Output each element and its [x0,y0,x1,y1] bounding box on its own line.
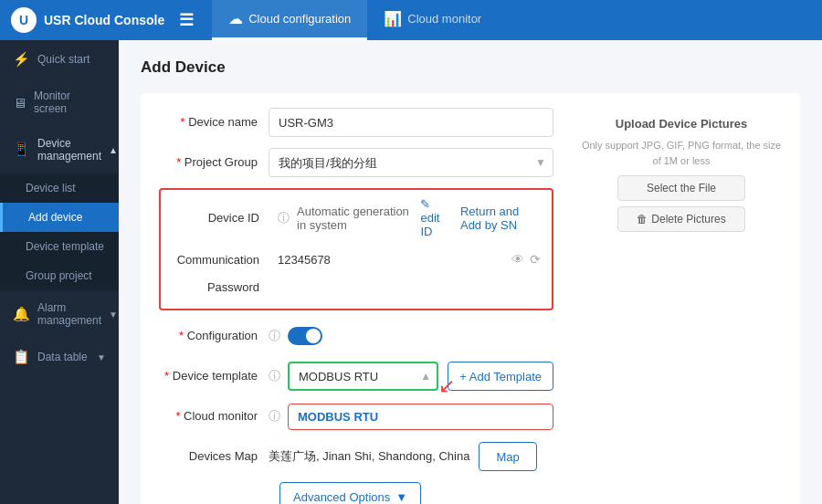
device-id-label: Device ID [172,211,270,225]
password-row: Password [172,280,541,294]
bottom-actions-row: Advanced Options ▼ [159,482,553,504]
configuration-toggle[interactable] [288,327,322,345]
advanced-options-arrow-icon: ▼ [395,490,407,504]
form-left: Device name Project Group 我的项目/我的分组 ▼ [159,108,553,504]
sidebar-item-monitor-screen[interactable]: 🖥 Monitor screen [0,79,119,126]
page-title: Add Device [141,58,800,77]
sidebar-item-data-table[interactable]: 📋 Data table ▼ [0,338,119,376]
upload-panel: Upload Device Pictures Only support JPG,… [581,108,782,504]
device-template-select[interactable]: MODBUS RTU [288,362,438,391]
project-group-label: Project Group [159,154,269,171]
add-template-button[interactable]: + Add Template [448,362,553,391]
sidebar-item-device-management[interactable]: 📱 Device management ▲ [0,126,119,173]
sidebar-item-quick-start[interactable]: ⚡ Quick start [0,40,119,79]
sidebar-alarm-management-label: Alarm management [37,301,101,327]
app-name: USR Cloud Console [44,13,164,27]
configuration-row: Configuration ⓘ [159,321,553,351]
device-id-row: Device ID ⓘ Automatic generation in syst… [172,197,541,238]
hamburger-icon[interactable]: ☰ [179,10,194,30]
data-table-arrow: ▼ [97,352,106,362]
project-group-select[interactable]: 我的项目/我的分组 [269,148,553,177]
main-content: Add Device Device name Project Group [119,40,822,504]
monitor-screen-icon: 🖥 [13,95,26,110]
sidebar-monitor-screen-label: Monitor screen [34,89,106,115]
red-down-arrow-icon: ↙ [438,374,455,398]
advanced-options-button[interactable]: Advanced Options ▼ [279,482,421,504]
device-name-row: Device name [159,108,553,137]
sidebar-item-device-list[interactable]: Device list [0,173,119,203]
project-group-select-wrapper: 我的项目/我的分组 ▼ [269,148,553,177]
communication-input-group: 👁 ⟳ [278,246,541,273]
device-id-info-icon[interactable]: ⓘ [278,210,290,226]
device-template-row: Device template ⓘ MODBUS RTU ▲ ↙ + Add T… [159,362,553,391]
password-label: Password [172,280,270,294]
devices-map-location: 美莲广场, Jinan Shi, Shandong, China [269,448,469,465]
sidebar-device-list-label: Device list [26,182,76,194]
device-name-label: Device name [159,114,269,131]
advanced-options-label: Advanced Options [293,490,390,504]
map-button[interactable]: Map [479,442,536,471]
body-layout: ⚡ Quick start 🖥 Monitor screen 📱 Device … [0,40,822,504]
sidebar-quick-start-label: Quick start [37,53,90,66]
eye-icon[interactable]: 👁 [511,252,524,267]
refresh-icon[interactable]: ⟳ [530,252,541,267]
upload-title: Upload Device Pictures [616,117,748,131]
quick-start-icon: ⚡ [13,51,30,68]
tab-cloud-configuration[interactable]: ☁ Cloud configuration [212,0,367,40]
upload-buttons: Select the File 🗑 Delete Pictures [581,175,782,232]
upload-desc: Only support JPG, GIF, PNG format, the s… [581,138,782,168]
cloud-monitor-option: MODBUS RTU [298,410,543,424]
cloud-monitor-row: Cloud monitor ⓘ MODBUS RTU [159,402,553,431]
delete-pictures-button[interactable]: 🗑 Delete Pictures [617,206,745,232]
app-logo: U USR Cloud Console ☰ [11,7,194,33]
device-template-info-icon[interactable]: ⓘ [269,368,280,384]
toggle-knob [306,329,321,343]
cloud-monitor-label: Cloud monitor [159,408,269,425]
cloud-monitor-icon: 📊 [384,10,402,27]
communication-label: Communication [172,253,270,267]
sidebar-data-table-label: Data table [37,351,88,363]
communication-row: Communication 👁 ⟳ [172,246,541,273]
cloud-monitor-dropdown[interactable]: MODBUS RTU [288,404,553,430]
sidebar: ⚡ Quick start 🖥 Monitor screen 📱 Device … [0,40,119,504]
nav-tabs: ☁ Cloud configuration 📊 Cloud monitor [212,0,498,40]
data-table-icon: 📋 [13,349,30,365]
sidebar-group-project-label: Group project [26,269,92,282]
edit-id-link[interactable]: ✎ edit ID [420,197,453,238]
devices-map-label: Devices Map [159,448,269,465]
auto-generation-text: Automatic generation in system [297,205,409,232]
device-name-input[interactable] [269,108,553,137]
tab-cloud-config-label: Cloud configuration [248,12,351,26]
sidebar-add-device-label: Add device [28,211,82,224]
sidebar-device-management-label: Device management [37,137,101,163]
alarm-arrow: ▼ [109,310,118,320]
sidebar-item-device-template[interactable]: Device template [0,232,119,261]
device-template-select-wrapper: MODBUS RTU ▲ ↙ [288,362,438,391]
devices-map-row: Devices Map 美莲广场, Jinan Shi, Shandong, C… [159,442,553,471]
configuration-info-icon[interactable]: ⓘ [269,328,280,344]
logo-icon: U [11,7,37,33]
device-template-label: Device template [159,368,269,384]
return-link[interactable]: Return and Add by SN [460,205,541,232]
communication-input[interactable] [278,246,506,273]
alarm-management-icon: 🔔 [13,306,30,322]
sidebar-device-template-label: Device template [26,240,104,253]
device-management-icon: 📱 [13,142,30,158]
add-device-form: Device name Project Group 我的项目/我的分组 ▼ [141,93,800,504]
configuration-label: Configuration [159,328,269,344]
sidebar-device-sub: Device list Add device Device template G… [0,173,119,290]
project-group-row: Project Group 我的项目/我的分组 ▼ [159,148,553,177]
sidebar-item-alarm-management[interactable]: 🔔 Alarm management ▼ [0,290,119,338]
delete-label: Delete Pictures [651,213,725,226]
select-file-button[interactable]: Select the File [617,175,745,201]
sidebar-item-add-device[interactable]: Add device [0,203,119,232]
device-management-arrow: ▲ [109,145,118,155]
cloud-monitor-info-icon[interactable]: ⓘ [269,408,280,425]
tab-cloud-monitor-label: Cloud monitor [407,12,481,26]
trash-icon: 🗑 [637,213,648,226]
tab-cloud-monitor[interactable]: 📊 Cloud monitor [367,0,498,40]
top-navigation: U USR Cloud Console ☰ ☁ Cloud configurat… [0,0,822,40]
cloud-config-icon: ☁ [228,10,243,27]
sidebar-item-group-project[interactable]: Group project [0,261,119,290]
edit-icon: ✎ [420,197,430,211]
